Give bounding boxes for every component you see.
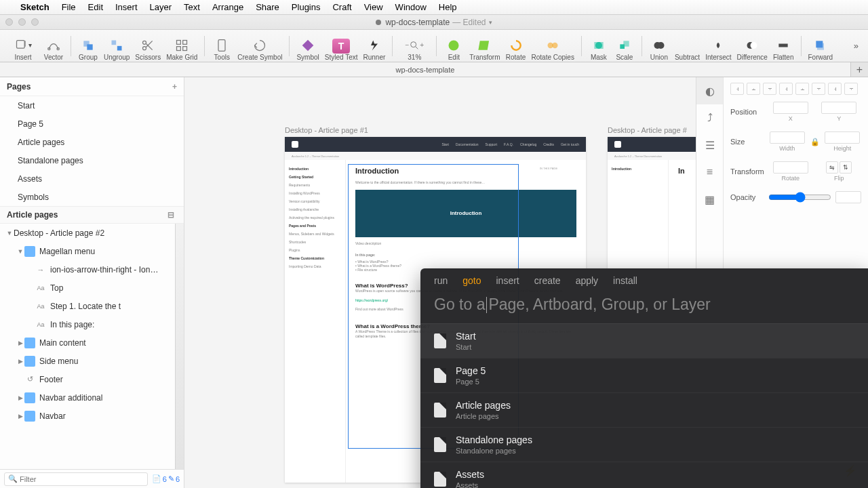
layer-artboard[interactable]: ▼Desktop - Article page #2 [0, 224, 184, 242]
layer-item[interactable]: ion-ios-arrow-thin-right - Ion… [0, 260, 184, 279]
flip-buttons[interactable]: ⇋⇅ [826, 161, 852, 174]
transform-button[interactable]: Transform [467, 31, 502, 61]
runner-tab-run[interactable]: run [434, 275, 448, 286]
layers-list[interactable]: ▼Desktop - Article page #2 ▼Magellan men… [0, 224, 184, 469]
menu-help[interactable]: Help [439, 2, 457, 12]
ungroup-button[interactable]: Ungroup [101, 31, 132, 61]
page-item[interactable]: Symbols [0, 188, 184, 206]
menu-share[interactable]: Share [256, 2, 279, 12]
vector-button[interactable]: Vector [41, 31, 66, 61]
runner-tab-goto[interactable]: goto [462, 275, 481, 286]
search-icon: 🔍 [8, 474, 18, 483]
subtract-button[interactable]: Subtract [672, 31, 703, 61]
document-title: wp-docs-template [385, 18, 450, 27]
layer-group[interactable]: ▶Navbar [0, 407, 184, 425]
menu-window[interactable]: Window [395, 2, 427, 12]
runner-search[interactable]: Go to aPage, Artboard, Group, or Layer [420, 291, 868, 323]
runner-tab-apply[interactable]: apply [576, 275, 598, 286]
svg-line-16 [416, 47, 418, 49]
svg-point-15 [411, 41, 416, 47]
menu-edit[interactable]: Edit [88, 2, 103, 12]
createsymbol-button[interactable]: Create Symbol [235, 31, 285, 61]
menu-file[interactable]: File [62, 2, 76, 12]
group-button[interactable]: Group [75, 31, 101, 61]
rotate-field[interactable] [773, 161, 808, 174]
zoom-control[interactable]: −+31% [397, 31, 432, 61]
symbol-button[interactable]: Symbol [294, 31, 321, 61]
layer-group[interactable]: ▼Magellan menu [0, 242, 184, 260]
page-item[interactable]: Standalone pages [0, 151, 184, 169]
runner-item[interactable]: Page 5Page 5 [420, 358, 868, 392]
forward-button[interactable]: Forward [806, 31, 836, 61]
page-item[interactable]: Assets [0, 169, 184, 188]
svg-rect-5 [87, 44, 92, 49]
artboard-label[interactable]: Desktop - Article page # [608, 126, 687, 134]
layer-group[interactable]: ▶Main content [0, 333, 184, 352]
inspector-tab-export[interactable]: ⤴ [696, 104, 723, 131]
filter-input[interactable] [4, 472, 148, 486]
layer-group[interactable]: ▶Navbar additional [0, 388, 184, 407]
menu-layer[interactable]: Layer [150, 2, 172, 12]
runner-item[interactable]: StartStart [420, 323, 868, 358]
add-tab-button[interactable]: + [850, 62, 868, 77]
edit-button[interactable]: Edit [441, 31, 467, 61]
artboard-label[interactable]: Desktop - Article page #1 [285, 126, 368, 134]
rotate-button[interactable]: Rotate [503, 31, 529, 61]
scale-button[interactable]: Scale [612, 31, 637, 61]
insert-button[interactable]: ▾Insert [5, 31, 41, 61]
runner-tab-install[interactable]: install [613, 275, 637, 286]
macos-menubar[interactable]: Sketch File Edit Insert Layer Text Arran… [0, 0, 868, 15]
layer-item[interactable]: In this page: [0, 315, 184, 333]
opacity-field[interactable] [835, 191, 861, 203]
mask-button[interactable]: Mask [586, 31, 612, 61]
inspector-tab-styles[interactable]: ≡ [696, 159, 723, 186]
union-button[interactable]: Union [646, 31, 672, 61]
makegrid-button[interactable]: Make Grid [163, 31, 200, 61]
page-item[interactable]: Article pages [0, 133, 184, 151]
filter-count[interactable]: 📄6 ✎6 [152, 474, 180, 483]
size-w[interactable] [770, 131, 805, 144]
menu-plugins[interactable]: Plugins [292, 2, 321, 12]
opacity-slider[interactable] [768, 191, 831, 203]
runner-button[interactable]: Runner [361, 31, 389, 61]
intersect-button[interactable]: Intersect [703, 31, 734, 61]
layer-item[interactable]: Footer [0, 370, 184, 388]
page-item[interactable]: Start [0, 96, 184, 115]
title-chevron-icon[interactable]: ▾ [489, 19, 492, 26]
runner-item[interactable]: AssetsAssets [420, 462, 868, 488]
toolbar-overflow-icon[interactable]: » [854, 41, 863, 51]
tab-document[interactable]: wp-docs-template [0, 62, 850, 77]
layer-group[interactable]: ▶Side menu [0, 352, 184, 370]
runner-tab-create[interactable]: create [534, 275, 561, 286]
collapse-icon[interactable]: ⊟ [167, 210, 177, 220]
runner-item[interactable]: Standalone pagesStandalone pages [420, 427, 868, 462]
menu-craft[interactable]: Craft [332, 2, 351, 12]
menu-text[interactable]: Text [184, 2, 200, 12]
svg-point-3 [57, 47, 59, 49]
lock-icon[interactable]: 🔒 [810, 138, 820, 146]
inspector-tab-data[interactable]: ▦ [696, 186, 723, 213]
page-item[interactable]: Page 5 [0, 115, 184, 133]
menu-sketch[interactable]: Sketch [20, 2, 50, 12]
position-x[interactable] [773, 102, 808, 114]
difference-button[interactable]: Difference [734, 31, 770, 61]
menu-view[interactable]: View [364, 2, 383, 12]
align-controls[interactable]: ⫞⫠⫟⫞⫠⫟⫞⫟ [730, 83, 861, 95]
inspector-tab-library[interactable]: ☰ [696, 131, 723, 159]
add-page-button[interactable]: + [172, 82, 177, 92]
layer-item[interactable]: Step 1. Locate the t [0, 297, 184, 315]
runner-item[interactable]: Article pagesArticle pages [420, 392, 868, 427]
position-y[interactable] [821, 102, 856, 114]
inspector-tab-sync[interactable]: ◐ [696, 77, 723, 104]
size-h[interactable] [825, 131, 860, 144]
menu-arrange[interactable]: Arrange [212, 2, 243, 12]
flatten-button[interactable]: Flatten [770, 31, 797, 61]
scissors-button[interactable]: Scissors [132, 31, 163, 61]
runner-tab-insert[interactable]: insert [496, 275, 519, 286]
menu-insert[interactable]: Insert [115, 2, 138, 12]
layer-item[interactable]: Top [0, 279, 184, 297]
traffic-lights[interactable] [5, 18, 39, 26]
styledtext-button[interactable]: TStyled Text [322, 31, 361, 61]
rotatecopies-button[interactable]: Rotate Copies [529, 31, 577, 61]
tools-button[interactable]: Tools [209, 31, 235, 61]
